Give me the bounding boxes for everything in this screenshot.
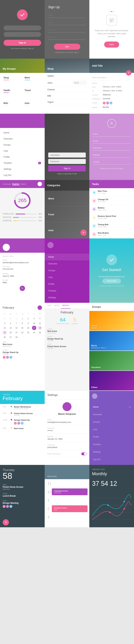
task-oil[interactable]: Change Oil Jul 7, 2015 [89,196,134,205]
cal-day-prev-2[interactable]: 30 [9,316,13,321]
tab-month[interactable]: MONTH [61,303,70,309]
purple-nav-overview[interactable]: Overview [45,260,89,267]
task-brakes[interactable]: New Brakes Sep 2, 2015 [89,230,134,238]
overview-tab[interactable]: Overview [3,183,11,185]
cal-day-11[interactable]: 11 [38,321,42,326]
purple-home-item-profile[interactable]: Profile [89,433,134,441]
wed-item-3[interactable]: 3 [45,513,89,522]
cal-day-14[interactable]: 14 [14,326,19,330]
cal-day-25[interactable]: 25 [38,330,42,335]
password-input[interactable] [48,27,86,32]
purple-home-item-overview[interactable]: Overview [89,411,134,418]
group-bills[interactable]: Bills [2,100,22,112]
purple-home-item-timeline[interactable]: Timeline [89,441,134,448]
wed-item-2[interactable]: 2 Another Event Note [45,505,89,513]
task-battery[interactable]: Battery Aug 1, 2015 [89,205,134,213]
signup-link[interactable]: Don't have an account? Sign Up [11,48,34,49]
sidebar-item-home[interactable]: Home [0,130,45,136]
cal-day-16[interactable]: 16 [26,326,30,330]
shop-item-juice[interactable]: Juice Email [45,79,89,86]
password-input[interactable] [4,32,41,37]
purple-nav-settings[interactable]: Settings [45,294,89,301]
explore-tab[interactable]: Explore [12,183,20,185]
group-photo-vacation[interactable]: Vacation [89,351,134,370]
cal-day-17[interactable]: 17 [32,326,36,330]
name-input[interactable] [48,13,86,18]
join-button[interactable]: Join [54,44,80,50]
cal-day-6[interactable]: 6 [9,321,13,326]
group-work[interactable]: Work [23,75,43,86]
wed-item-12[interactable]: 12 Highlighted Item Start here [45,488,89,496]
group-photo-food[interactable]: Food 13/9-15 [89,311,134,330]
cal-day-24[interactable]: 24 [32,330,36,335]
cal-day-1[interactable]: 1 [20,316,25,321]
cal-day-23[interactable]: 23 [26,330,30,335]
cal-day-8[interactable]: 8 [20,321,25,326]
photo-signin-button[interactable]: Sign In [48,165,86,172]
sidebar-item-logout[interactable]: Log Out [0,172,45,178]
cal-day-20[interactable]: 20 [9,330,13,335]
cal-day-12[interactable]: 12 [3,326,7,330]
create-password-input[interactable] [93,146,130,150]
purple-home-item-logout[interactable]: Log Out [89,456,134,463]
cal-day-15[interactable]: 15 [20,326,25,330]
match-tab[interactable]: Match [21,183,26,185]
group-shop[interactable]: Shop [2,75,22,86]
description-placeholder[interactable]: Start description... [92,76,131,78]
sidebar-item-settings[interactable]: Settings [0,166,45,172]
sidebar-item-lists[interactable]: Lists [0,148,45,154]
addtitle-fab[interactable]: + [126,70,131,76]
cal-day-prev-3[interactable]: 31 [14,316,19,321]
create-email-input[interactable] [93,138,130,144]
purple-nav-timeline[interactable]: Timeline [45,288,89,294]
already-signin-link[interactable]: Already have an account? Sign In [100,168,124,170]
signin-button[interactable]: Sign In [4,40,41,46]
cal-day-22[interactable]: 22 [20,330,25,335]
group-health[interactable]: Health [2,87,22,99]
thursday-fab[interactable]: + [3,519,9,526]
wed-item-11[interactable]: 11 [45,479,89,488]
group-travel[interactable]: Travel [23,87,43,99]
continue-link[interactable]: Continue or sign in to your account [99,285,124,287]
task-belt[interactable]: Timing Belt 40,160 miles [89,222,134,230]
sidebar-item-groups[interactable]: Groups [0,142,45,148]
categories-fab[interactable]: + [80,230,87,236]
sidebar-item-profile[interactable]: Profile [0,154,45,160]
group-auto[interactable]: Auto [23,100,43,112]
cal-day-28[interactable]: 28 [14,335,19,339]
tab-day[interactable]: DAY [46,303,53,309]
purple-nav-groups[interactable]: Groups [45,267,89,274]
purple-home-item-lists[interactable]: Lists [89,426,134,433]
shop-item-yogurt[interactable]: Yogurt [45,99,89,105]
photo-password-input[interactable] [48,159,86,164]
cal-day-3[interactable]: 3 [32,316,36,321]
cal-day-21[interactable]: 21 [14,330,19,335]
cat-item-work[interactable]: Work [45,191,89,206]
purple-home-item-home[interactable]: Home [89,403,134,411]
cal-day-5[interactable]: 5 [3,321,7,326]
group-photo-cities[interactable]: Cities [89,371,134,390]
shop-item-cheese[interactable]: Cheese [45,86,89,93]
create-birthday-input[interactable] [93,152,130,158]
task-print[interactable]: Restore Quick Print 30,640 miles [89,213,134,222]
purple-home-item-groups[interactable]: Groups [89,418,134,426]
cal-day-26[interactable]: 26 [3,335,7,339]
wed-item-1[interactable]: 1 [45,496,89,505]
cal-day-4[interactable]: 4 [38,316,42,321]
cal-day-10[interactable]: 10 [32,321,36,326]
tab-week[interactable]: WEEK [53,303,61,309]
cal-day-2[interactable]: 2 [26,316,30,321]
cal-day-prev-1[interactable]: 29 [3,316,7,321]
next-button[interactable]: Next [104,42,119,48]
sidebar-item-timeline[interactable]: Timeline 1 [0,160,45,166]
profile-edit-button[interactable]: ✎ [20,286,25,291]
sidebar-item-overview[interactable]: Overview [0,136,45,142]
shop-item-milk[interactable]: Milk [45,93,89,99]
task-new-tires[interactable]: New Tires Jul 7, 2015 [89,188,134,196]
birthday-input[interactable] [48,34,86,40]
cat-item-food[interactable]: Food [45,206,89,222]
notifications-toggle[interactable] [81,452,87,455]
purple-home-item-settings[interactable]: Settings [89,448,134,456]
photo-username-input[interactable] [48,152,86,158]
proceed-button[interactable]: PROCEED [102,278,121,284]
